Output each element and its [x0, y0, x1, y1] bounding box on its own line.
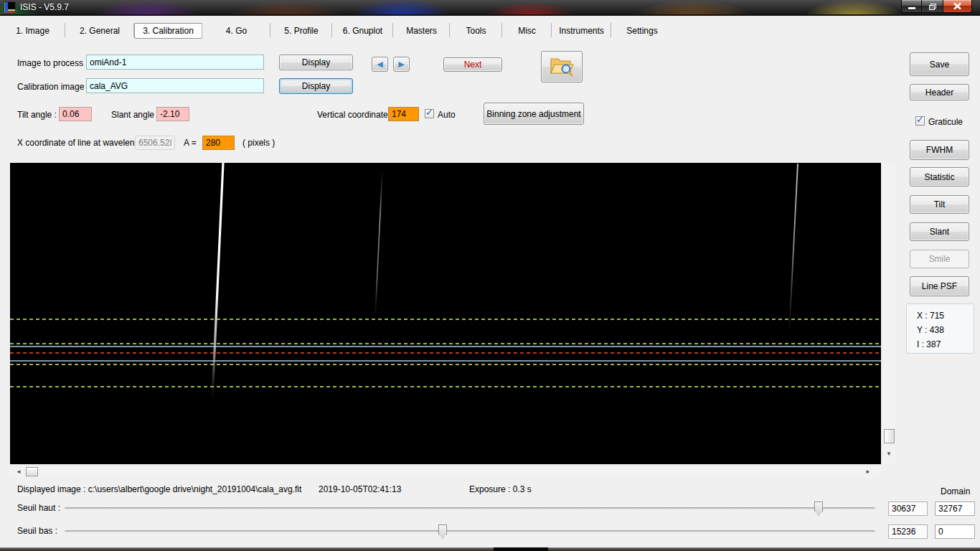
- threshold-high-slider[interactable]: [65, 507, 875, 509]
- tab-gnuplot[interactable]: 6. Gnuplot: [332, 22, 393, 39]
- tab-general[interactable]: 2. General: [65, 22, 134, 39]
- scroll-left-icon[interactable]: ◄: [16, 468, 22, 475]
- image-to-process-label: Image to process :: [17, 58, 88, 68]
- window-caption-buttons: [901, 0, 972, 13]
- image-timestamp: 2019-10-05T02:41:13: [319, 484, 401, 494]
- statistic-button[interactable]: Statistic: [910, 167, 969, 187]
- header-button[interactable]: Header: [910, 84, 969, 100]
- previous-image-button[interactable]: ◀: [372, 57, 388, 72]
- main-tab-bar: 1. Image 2. General 3. Calibration 4. Go…: [0, 22, 673, 39]
- scroll-down-icon[interactable]: ▼: [886, 451, 892, 457]
- threshold-low-label: Seuil bas :: [17, 526, 57, 536]
- image-to-process-input[interactable]: [86, 55, 264, 70]
- slant-button[interactable]: Slant: [910, 222, 969, 241]
- checkmark-icon: ✓: [425, 107, 433, 118]
- domain-max-input[interactable]: [935, 501, 975, 516]
- threshold-low-slider-thumb[interactable]: [438, 524, 447, 539]
- tab-go[interactable]: 4. Go: [202, 22, 270, 39]
- threshold-high-slider-thumb[interactable]: [814, 501, 823, 516]
- vertical-scrollbar[interactable]: ▼: [882, 163, 896, 464]
- calibration-image-input[interactable]: [86, 78, 264, 93]
- vertical-coordinate-input[interactable]: [388, 107, 419, 121]
- minimize-icon: [908, 7, 915, 9]
- slant-angle-input[interactable]: [156, 107, 189, 121]
- spectral-image-canvas: [10, 163, 881, 464]
- tab-calibration[interactable]: 3. Calibration: [134, 22, 202, 39]
- cursor-y-value: Y : 438: [917, 323, 974, 337]
- next-step-button[interactable]: Next: [443, 57, 502, 72]
- threshold-low-slider[interactable]: [65, 530, 875, 532]
- threshold-low-value[interactable]: [888, 524, 928, 539]
- wavelength-input[interactable]: [135, 136, 175, 150]
- tab-tools[interactable]: Tools: [450, 22, 502, 39]
- horizontal-scrollbar-thumb[interactable]: [26, 467, 38, 476]
- cursor-i-value: I : 387: [917, 337, 974, 352]
- auto-checkbox-label: Auto: [438, 110, 456, 120]
- restore-icon: [929, 4, 936, 9]
- isis-main-window: ISIS - V5.9.7 1. Image 2. General 3. Cal…: [0, 0, 980, 551]
- tab-misc[interactable]: Misc: [502, 22, 552, 39]
- display-calibration-button[interactable]: Display: [279, 78, 353, 94]
- chevron-left-icon: ◀: [377, 60, 382, 68]
- save-button[interactable]: Save: [910, 52, 969, 76]
- threshold-high-value[interactable]: [888, 501, 928, 516]
- tilt-angle-label: Tilt angle :: [17, 110, 57, 120]
- window-title: ISIS - V5.9.7: [20, 2, 69, 12]
- domain-min-input[interactable]: [935, 524, 975, 539]
- display-image-button[interactable]: Display: [279, 55, 353, 70]
- tab-instruments[interactable]: Instruments: [552, 22, 611, 39]
- checkmark-icon: ✓: [916, 114, 924, 125]
- scroll-right-icon[interactable]: ►: [865, 468, 871, 475]
- tilt-button[interactable]: Tilt: [910, 195, 969, 214]
- tab-profile[interactable]: 5. Profile: [270, 22, 332, 39]
- binning-zone-adjustment-button[interactable]: Binning zone adjustment: [484, 103, 584, 125]
- tab-settings[interactable]: Settings: [611, 22, 673, 39]
- threshold-high-label: Seuil haut :: [17, 503, 60, 513]
- auto-checkbox[interactable]: ✓: [425, 109, 434, 118]
- exposure-value: Exposure : 0.3 s: [469, 484, 532, 494]
- x-coordinate-label: X coordinate of line at wavelength: [17, 138, 146, 148]
- restore-button[interactable]: [922, 0, 943, 13]
- minimize-button[interactable]: [901, 0, 922, 13]
- isis-app-icon: [4, 1, 16, 14]
- x-coordinate-input[interactable]: [202, 136, 235, 150]
- calibration-image-label: Calibration image :: [17, 82, 89, 92]
- close-button[interactable]: [943, 0, 972, 13]
- vertical-coordinate-label: Vertical coordinate :: [317, 110, 392, 120]
- line-psf-button[interactable]: Line PSF: [910, 276, 969, 296]
- smile-button[interactable]: Smile: [910, 250, 969, 268]
- calibration-image-view[interactable]: [10, 163, 881, 464]
- cursor-readout-box: X : 715 Y : 438 I : 387: [906, 303, 974, 354]
- window-titlebar[interactable]: ISIS - V5.9.7: [0, 0, 980, 16]
- displayed-image-path: Displayed image : c:\users\albert\google…: [17, 484, 301, 494]
- folder-search-icon: [549, 55, 575, 77]
- chevron-right-icon: ▶: [398, 60, 404, 68]
- horizontal-scrollbar[interactable]: ◄ ►: [10, 466, 881, 477]
- pixels-unit-label: ( pixels ): [242, 138, 275, 148]
- next-image-button[interactable]: ▶: [393, 57, 410, 72]
- tilt-angle-input[interactable]: [59, 107, 92, 121]
- a-equals-label: A =: [184, 138, 197, 148]
- cursor-x-value: X : 715: [917, 309, 974, 323]
- slant-angle-label: Slant angle :: [111, 110, 159, 120]
- close-icon: [953, 2, 962, 10]
- vertical-scrollbar-thumb[interactable]: [884, 429, 895, 443]
- graticule-checkbox-label: Graticule: [928, 117, 963, 127]
- graticule-checkbox[interactable]: ✓: [915, 116, 925, 126]
- taskbar-edge: [0, 547, 980, 551]
- tab-masters[interactable]: Masters: [393, 22, 450, 39]
- tab-image[interactable]: 1. Image: [0, 22, 65, 39]
- domain-label: Domain: [941, 486, 970, 496]
- fwhm-button[interactable]: FWHM: [910, 140, 969, 160]
- taskbar-edge-segment: [494, 547, 548, 551]
- browse-files-button[interactable]: [541, 51, 583, 83]
